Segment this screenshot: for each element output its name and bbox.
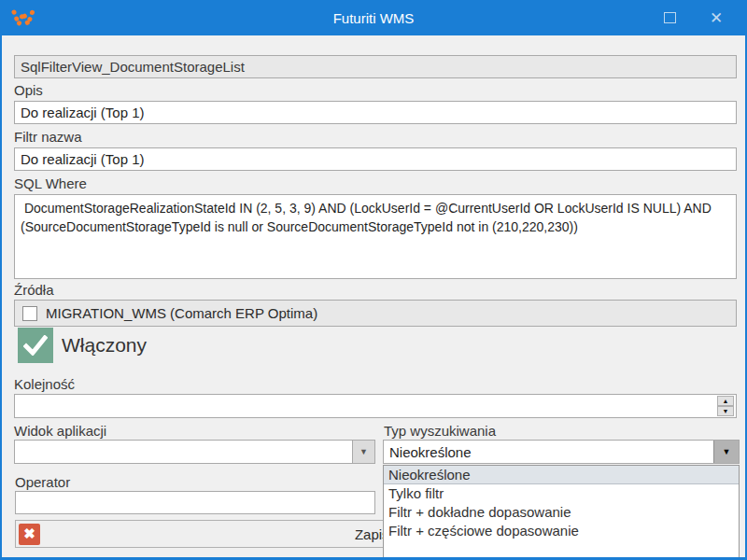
source-checkbox[interactable] [22,306,37,321]
sql-where-label: SQL Where [14,175,87,191]
dropdown-option[interactable]: Filtr + częściowe dopasowanie [384,522,739,540]
chevron-down-icon: ▼ [723,447,731,456]
source-item[interactable]: MIGRATION_WMS (Comarch ERP Optima) [15,305,317,321]
sources-listbox: MIGRATION_WMS (Comarch ERP Optima) [14,300,737,327]
window-title: Futuriti WMS [0,10,747,26]
wlaczony-label: Włączony [62,334,147,357]
dropdown-option[interactable]: Filtr + dokładne dopasowanie [384,503,739,522]
view-name-field [14,55,737,78]
zrodla-label: Źródła [14,282,54,298]
kolejnosc-spinner-field: ▲ ▼ [14,394,737,418]
dropdown-option[interactable]: Tylko filtr [384,484,739,503]
widok-aplikacji-dropdown-button[interactable]: ▼ [352,441,374,463]
kolejnosc-label: Kolejność [14,376,75,392]
wlaczony-checkbox[interactable]: Włączony [18,328,147,363]
dropdown-option[interactable]: Nieokreślone [384,466,739,484]
typ-wyszukiwania-label: Typ wyszukiwania [384,423,496,439]
chevron-down-icon: ▼ [723,408,729,414]
kolejnosc-input[interactable] [15,395,713,417]
widok-aplikacji-combobox[interactable]: ▼ [14,440,375,464]
checkmark-icon [18,328,53,363]
chevron-down-icon: ▼ [359,447,368,456]
opis-label: Opis [14,82,43,98]
chevron-up-icon: ▲ [723,398,729,404]
typ-wyszukiwania-dropdown-button[interactable]: ▼ [713,441,739,463]
spinner-down-button[interactable]: ▼ [717,406,734,416]
spinner-up-button[interactable]: ▲ [717,396,734,406]
maximize-button[interactable] [646,0,693,35]
titlebar: Futuriti WMS ✕ [0,0,747,35]
app-window: Futuriti WMS ✕ Opis Filtr nazwa SQL Wher… [0,0,747,560]
close-button[interactable]: ✕ [693,0,740,35]
typ-wyszukiwania-value: Nieokreślone [384,444,713,460]
operator-input[interactable] [15,491,375,514]
widok-aplikacji-label: Widok aplikacji [14,423,106,439]
filtr-nazwa-input[interactable] [14,147,737,171]
typ-wyszukiwania-dropdown-list: Nieokreślone Tylko filtr Filtr + dokładn… [383,465,740,560]
opis-input[interactable] [14,101,737,124]
spinner-buttons: ▲ ▼ [717,396,734,416]
filtr-nazwa-label: Filtr nazwa [14,129,82,145]
source-item-label: MIGRATION_WMS (Comarch ERP Optima) [46,305,317,321]
close-icon: ✕ [710,8,723,28]
operator-label: Operator [15,474,70,490]
typ-wyszukiwania-combobox[interactable]: Nieokreślone ▼ [383,440,740,464]
maximize-icon [664,12,676,23]
sql-where-textarea[interactable]: DocumentStorageRealizationStateId IN (2,… [14,194,737,279]
